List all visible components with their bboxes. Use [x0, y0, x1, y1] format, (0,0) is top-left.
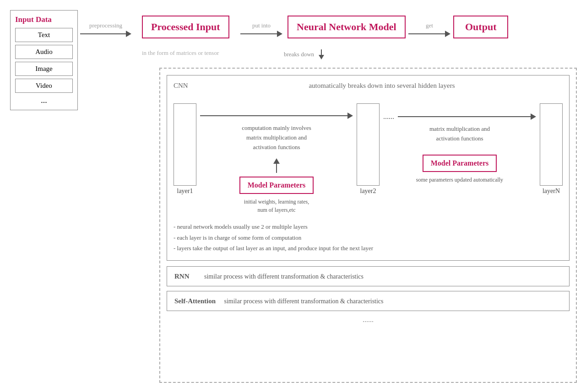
cnn-note-2: - each layer is in charge of some form o… — [174, 232, 563, 243]
cnn-inner-layout: layer1 computation mainly involves matri… — [174, 103, 563, 214]
cnn-note-3: - layers take the output of last layer a… — [174, 243, 563, 253]
sa-box: Self-Attention similar process with diff… — [167, 291, 570, 311]
put-into-label: put into — [252, 22, 271, 29]
processed-input-box: Processed Input — [142, 16, 229, 38]
layer1-box — [174, 103, 196, 186]
down-arrow — [319, 49, 324, 59]
cnn-note-1: - neural network models usually use 2 or… — [174, 221, 563, 232]
up-arrow-1 — [273, 158, 280, 173]
layerN-label: layerN — [543, 188, 560, 195]
layer1-label: layer1 — [177, 188, 193, 195]
get-label: get — [426, 22, 433, 29]
input-item-video: Video — [15, 79, 73, 93]
breaks-down-label: breaks down — [284, 51, 314, 58]
get-arrow-group: get — [408, 22, 450, 37]
input-dots: ... — [15, 96, 73, 105]
sa-description: similar process with different transform… — [224, 298, 383, 305]
model-params-label-1: Model Parameters — [248, 181, 306, 189]
preprocessing-label: preprocessing — [89, 22, 122, 29]
model-params-box-2: Model Parameters — [423, 155, 497, 172]
middle-section-2: ...... matrix multiplication and activat… — [380, 103, 540, 184]
cnn-label: CNN — [174, 82, 188, 90]
subtitle-text: in the form of matrices or tensor — [142, 49, 219, 57]
put-into-arrow-group: put into — [240, 22, 282, 37]
middle-section-1: computation mainly involves matrix multi… — [196, 103, 357, 214]
model-params-box-1: Model Parameters — [239, 177, 314, 194]
main-dashed-box: CNN automatically breaks down into sever… — [159, 68, 577, 383]
cnn-notes: - neural network models usually use 2 or… — [174, 221, 563, 253]
layer1-col: layer1 — [174, 103, 196, 195]
processed-input-label: Processed Input — [151, 21, 220, 32]
initial-weights-text: initial weights, learning rates, num of … — [244, 198, 309, 214]
input-data-box: Input Data Text Audio Image Video ... — [10, 10, 78, 110]
cnn-box: CNN automatically breaks down into sever… — [167, 75, 570, 261]
rnn-box: RNN similar process with different trans… — [167, 266, 570, 286]
rnn-label: RNN — [174, 273, 190, 280]
dots-arrow-row: ...... — [383, 113, 536, 121]
preprocessing-arrow-group: preprocessing — [80, 22, 131, 37]
input-item-audio: Audio — [15, 45, 73, 59]
preprocessing-arrow — [80, 31, 131, 37]
breaks-down-group: breaks down — [284, 49, 324, 59]
output-label: Output — [465, 21, 496, 32]
output-box: Output — [453, 16, 508, 38]
nn-model-label: Neural Network Model — [297, 21, 396, 32]
layerN-box — [540, 103, 563, 186]
computation-text-1: computation mainly involves matrix multi… — [242, 124, 311, 152]
some-params-text: some parameters updated automatically — [416, 176, 503, 184]
horiz-arrow-1 — [200, 113, 353, 119]
nn-model-box: Neural Network Model — [288, 16, 406, 38]
layer2-box — [357, 103, 380, 186]
layer2-col: layer2 — [357, 103, 380, 195]
dots-text: ...... — [383, 113, 394, 121]
layer2-label: layer2 — [360, 188, 376, 195]
rnn-description: similar process with different transform… — [204, 273, 364, 280]
input-item-text: Text — [15, 28, 73, 42]
sa-label: Self-Attention — [174, 297, 216, 305]
right-computation-text: matrix multiplication and activation fun… — [429, 124, 490, 144]
get-arrow — [408, 31, 450, 37]
diagram-container: Input Data Text Audio Image Video ... pr… — [0, 0, 586, 392]
input-data-title: Input Data — [15, 15, 73, 24]
cnn-top-description: automatically breaks down into several h… — [174, 82, 563, 90]
model-params-label-2: Model Parameters — [431, 159, 489, 167]
bottom-dots: ...... — [167, 316, 570, 324]
layerN-col: layerN — [540, 103, 563, 195]
put-into-arrow — [240, 31, 282, 37]
input-item-image: Image — [15, 62, 73, 76]
